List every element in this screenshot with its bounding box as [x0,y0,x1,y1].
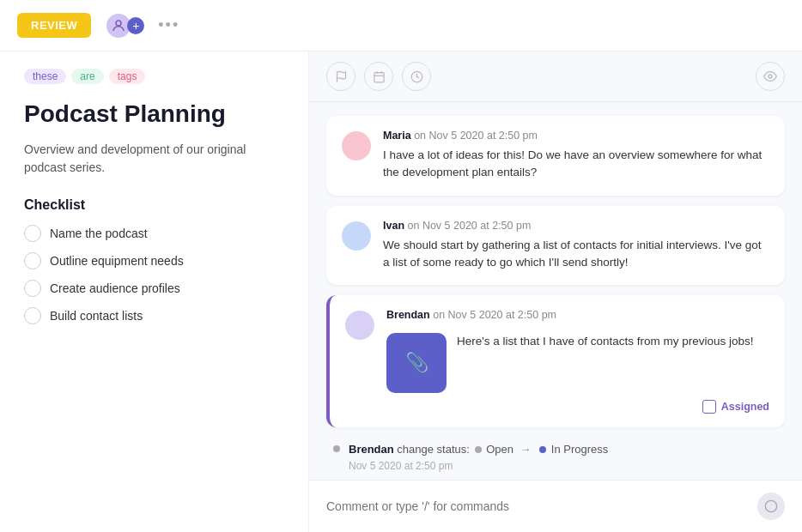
status-change-author: Brendan [349,443,394,456]
comment-brendan-body: Brendan on Nov 5 2020 at 2:50 pm 📎 Here'… [386,309,769,414]
review-button[interactable]: REVIEW [17,13,91,38]
checklist-checkbox-1[interactable] [24,225,41,242]
checklist-item-3: Create audience profiles [24,280,284,297]
from-status-label: Open [486,443,513,456]
to-status-label: In Progress [551,443,608,456]
comment-brendan: Brendan on Nov 5 2020 at 2:50 pm 📎 Here'… [326,295,785,427]
checklist-item-1: Name the podcast [24,225,284,242]
svg-point-8 [765,500,776,511]
comment-brendan-text: Here's a list that I have of contacts fr… [457,333,769,350]
avatar-brendan [345,311,374,340]
eye-button[interactable] [756,62,785,91]
main-content: these are tags Podcast Planning Overview… [0,51,802,532]
comment-ivan: Ivan on Nov 5 2020 at 2:50 pm We should … [326,206,785,286]
checklist-label-2: Outline equipment needs [50,254,184,268]
comments-feed: Maria on Nov 5 2020 at 2:50 pm I have a … [309,102,802,480]
clock-button[interactable] [402,62,431,91]
status-change-action: change status: [397,443,472,456]
comment-brendan-meta: Brendan on Nov 5 2020 at 2:50 pm [386,309,769,321]
arrow-icon: → [520,443,532,456]
svg-rect-2 [374,72,383,82]
avatar-maria [342,131,371,160]
app-header: REVIEW + ••• [0,0,802,51]
comment-maria-text: I have a lot of ideas for this! Do we ha… [383,147,769,182]
avatar-ivan [342,221,371,251]
comment-input-bar [309,480,802,532]
checklist-checkbox-4[interactable] [24,307,41,324]
status-change-body: Brendan change status: Open → In Progres… [349,441,608,474]
paperclip-icon: 📎 [405,352,428,374]
inprogress-status-dot [539,446,546,453]
svg-point-0 [116,21,121,26]
comment-ivan-author: Ivan [383,220,404,232]
calendar-button[interactable] [364,62,393,91]
tag-tags[interactable]: tags [109,69,146,84]
comment-ivan-body: Ivan on Nov 5 2020 at 2:50 pm We should … [383,220,769,272]
comment-maria-timestamp: on Nov 5 2020 at 2:50 pm [414,130,538,142]
comment-input[interactable] [326,499,749,513]
checklist-label-3: Create audience profiles [50,281,180,295]
status-change-event: Brendan change status: Open → In Progres… [326,438,785,477]
checklist-title: Checklist [24,197,284,213]
tag-are[interactable]: are [71,69,103,84]
comment-ivan-text: We should start by gathering a list of c… [383,237,769,272]
open-status-dot [475,446,482,453]
right-panel: Maria on Nov 5 2020 at 2:50 pm I have a … [309,51,802,532]
page-title: Podcast Planning [24,100,284,129]
checklist-item-4: Build contact lists [24,307,284,324]
assigned-checkbox[interactable] [702,400,716,414]
checklist-label-1: Name the podcast [50,227,148,240]
assigned-label: Assigned [721,401,769,413]
flag-button[interactable] [326,62,355,91]
comment-brendan-author: Brendan [386,309,430,321]
left-panel: these are tags Podcast Planning Overview… [0,51,309,532]
avatar-group: + [105,12,144,39]
comment-brendan-timestamp: on Nov 5 2020 at 2:50 pm [433,309,556,321]
add-member-button[interactable]: + [127,17,144,34]
svg-point-7 [769,75,772,78]
status-change-timestamp: Nov 5 2020 at 2:50 pm [349,458,608,474]
brendan-message-row: 📎 Here's a list that I have of contacts … [386,333,769,393]
checklist-checkbox-3[interactable] [24,280,41,297]
tags-row: these are tags [24,69,284,84]
assigned-row: Assigned [386,400,769,414]
page-description: Overview and development of our original… [24,141,284,177]
send-comment-button[interactable] [757,493,785,520]
comment-maria: Maria on Nov 5 2020 at 2:50 pm I have a … [326,116,785,196]
comment-ivan-timestamp: on Nov 5 2020 at 2:50 pm [408,220,532,232]
checklist-label-4: Build contact lists [50,309,143,323]
comment-maria-author: Maria [383,130,411,142]
tag-these[interactable]: these [24,69,66,84]
more-options-button[interactable]: ••• [158,16,179,34]
right-toolbar [309,51,802,102]
comment-maria-body: Maria on Nov 5 2020 at 2:50 pm I have a … [383,130,769,182]
checklist-checkbox-2[interactable] [24,252,41,269]
comment-maria-meta: Maria on Nov 5 2020 at 2:50 pm [383,130,769,142]
attachment-box[interactable]: 📎 [386,333,447,393]
comment-ivan-meta: Ivan on Nov 5 2020 at 2:50 pm [383,220,769,232]
status-dot [333,445,340,452]
checklist-item-2: Outline equipment needs [24,252,284,269]
